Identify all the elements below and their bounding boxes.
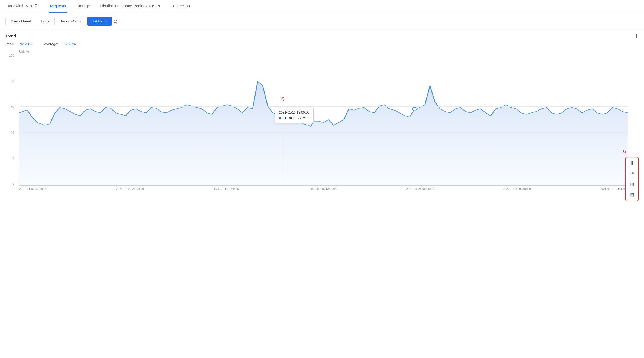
tab-requests[interactable]: Requests — [49, 0, 67, 13]
x-label-3: 2021-01-16 13:00:00 — [309, 187, 337, 190]
sub-tabs: Overall trend Edge Back-to-Origin Hit Ra… — [0, 13, 644, 30]
tab-distribution[interactable]: Distribution among Regions & ISPs — [99, 0, 161, 13]
subtab-overall-trend[interactable]: Overall trend — [5, 17, 36, 25]
x-label-1: 2021-01-06 21:00:00 — [116, 187, 144, 190]
subtab-edge[interactable]: Edge — [36, 17, 54, 25]
tab-bandwidth[interactable]: Bandwidth & Traffic — [5, 0, 40, 13]
subtab-hit-ratio[interactable]: Hit Ratio — [87, 17, 112, 26]
download-icon[interactable]: ⬇ — [634, 33, 639, 39]
stat-divider: | — [37, 42, 38, 46]
annotation-3: 3) — [623, 149, 626, 154]
y-label-60: 60 — [9, 105, 14, 108]
average-label: Average: — [44, 42, 58, 46]
x-label-0: 2021-01-02 01:00:00 — [19, 187, 47, 190]
unit-label: Unit: % — [19, 50, 628, 53]
x-label-5: 2021-01-26 05:00:00 — [503, 187, 531, 190]
top-navigation: Bandwidth & Traffic Requests Storage Dis… — [0, 0, 644, 13]
subtab-back-to-origin[interactable]: Back-to-Origin — [54, 17, 88, 25]
x-label-2: 2021-01-11 17:00:00 — [213, 187, 240, 190]
chart-svg — [19, 54, 628, 185]
y-label-100: 100 — [9, 54, 14, 57]
average-value: 67.73% — [64, 42, 76, 46]
y-label-40: 40 — [9, 131, 14, 134]
tooltip-dot — [279, 117, 281, 119]
trend-section: Trend ⬇ Peak: 92.23% | Average: 67.73% U… — [0, 30, 644, 190]
stats-row: Peak: 92.23% | Average: 67.73% — [5, 42, 639, 46]
tooltip-label: Hit Ratio: — [283, 116, 296, 120]
x-label-6: 2021-01-31 01:00:00 — [600, 187, 628, 190]
tooltip-date: 2021-01-13 19:00:00 — [279, 111, 309, 114]
y-label-80: 80 — [9, 80, 14, 83]
right-actions-panel: ⬇ ↺ ⊞ ⊟ — [625, 157, 639, 190]
tooltip-value-row: Hit Ratio: 77.59 — [279, 116, 309, 120]
y-label-20: 20 — [9, 157, 14, 160]
tooltip-value: 77.59 — [298, 116, 306, 120]
peak-label: Peak: — [5, 42, 14, 46]
download-button[interactable]: ⬇ — [627, 158, 637, 168]
svg-point-1 — [412, 108, 417, 110]
chart-area: 0 20 40 60 80 100 2) — [19, 54, 628, 186]
y-label-0: 0 — [9, 182, 14, 185]
tab-connection[interactable]: Connection — [169, 0, 191, 13]
tab-storage[interactable]: Storage — [76, 0, 91, 13]
section-title: Trend — [5, 34, 16, 38]
y-axis: 0 20 40 60 80 100 — [9, 54, 14, 185]
expand-button[interactable]: ⊞ — [627, 179, 637, 189]
peak-value: 92.23% — [20, 42, 32, 46]
annotation-2: 2) — [281, 97, 284, 101]
x-axis: 2021-01-02 01:00:00 2021-01-06 21:00:00 … — [19, 187, 628, 190]
x-label-4: 2021-01-21 09:00:00 — [406, 187, 434, 190]
refresh-button[interactable]: ↺ — [627, 169, 637, 179]
annotation-1: 1) — [114, 19, 117, 24]
tooltip: 2021-01-13 19:00:00 Hit Ratio: 77.59 — [275, 108, 314, 123]
collapse-button[interactable]: ⊟ — [627, 190, 637, 190]
